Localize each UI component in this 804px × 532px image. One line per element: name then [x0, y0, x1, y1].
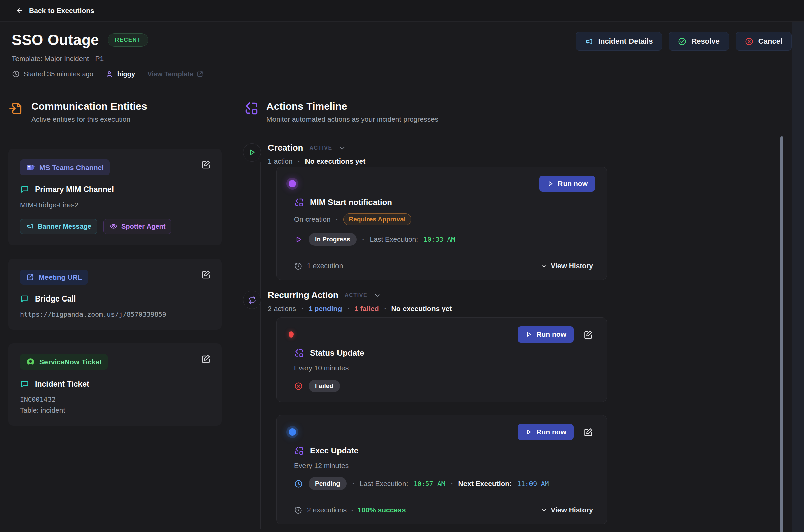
top-bar: Back to Executions: [0, 0, 804, 21]
incident-details-button[interactable]: Incident Details: [575, 32, 662, 51]
scrollbar-thumb[interactable]: [781, 136, 783, 532]
action-title: MIM Start notification: [310, 197, 392, 207]
header: SSO Outage RECENT Template: Major Incide…: [0, 21, 804, 87]
run-now-button[interactable]: Run now: [539, 176, 595, 192]
status-dot-red: [289, 331, 294, 338]
trigger-label: On creation: [294, 215, 331, 224]
workflow-icon: [294, 348, 304, 358]
action-title: Status Update: [310, 348, 364, 358]
status-badge: In Progress: [309, 233, 357, 246]
arrow-left-icon: [16, 7, 23, 15]
meeting-url: https://bigpanda.zoom.us/j/8570339859: [20, 310, 210, 318]
chevron-down-icon: [339, 144, 346, 152]
edit-pencil-icon: [583, 427, 594, 437]
external-link-icon: [196, 70, 204, 78]
last-execution-time: 10:57 AM: [414, 479, 445, 488]
check-circle-icon: [678, 37, 687, 46]
chat-bubble-icon: [20, 185, 29, 194]
view-history-button[interactable]: View History: [538, 506, 595, 514]
started-meta: Started 35 minutes ago: [12, 70, 93, 78]
history-icon: [294, 506, 303, 514]
owner-name: biggy: [117, 70, 135, 78]
history-icon: [294, 262, 303, 270]
entity-card-teams: MS Teams Channel Primary MIM Channel MIM…: [8, 149, 222, 245]
chevron-down-icon: [373, 292, 381, 299]
chat-bubble-icon: [20, 294, 29, 304]
run-now-button[interactable]: Run now: [518, 326, 573, 343]
play-icon: [547, 180, 554, 187]
entities-title: Communication Entities: [31, 101, 147, 112]
external-link-icon: [26, 273, 34, 281]
incident-execution-page: Back to Executions SSO Outage RECENT Tem…: [0, 0, 804, 532]
edit-entity-button[interactable]: [199, 352, 213, 365]
entity-name: Bridge Call: [35, 294, 76, 304]
creation-node: [243, 143, 261, 162]
schedule-label: Every 10 minutes: [294, 364, 349, 372]
divider: [243, 135, 804, 135]
edit-pencil-icon: [583, 329, 594, 340]
ticket-number: INC001432: [20, 395, 210, 403]
x-circle-icon: [294, 382, 303, 391]
timeline-spine: [260, 162, 261, 529]
recent-badge: RECENT: [108, 33, 148, 47]
entity-card-meeting: Meeting URL Bridge Call https://bigpanda…: [8, 259, 222, 330]
megaphone-icon: [26, 223, 34, 230]
action-card-mim-start: Run now MIM Start notification On creati…: [276, 167, 607, 280]
play-icon: [525, 429, 532, 436]
recurring-header-toggle[interactable]: Recurring Action ACTIVE: [268, 290, 452, 301]
page-scroll-track: [792, 21, 804, 532]
edit-pencil-icon: [201, 269, 212, 280]
last-execution-time: 10:33 AM: [423, 235, 455, 243]
next-execution-time: 11:09 AM: [517, 479, 549, 488]
section-recurring: Recurring Action ACTIVE 2 actions 1 pend…: [243, 290, 804, 312]
clock-icon: [12, 70, 20, 78]
status-badge: ACTIVE: [345, 292, 367, 299]
entity-name: Incident Ticket: [35, 380, 89, 389]
status-dot-purple: [289, 180, 296, 187]
edit-entity-button[interactable]: [199, 267, 213, 281]
actions-timeline-panel: Actions Timeline Monitor automated actio…: [234, 87, 804, 529]
chat-bubble-icon: [20, 379, 29, 389]
back-label: Back to Executions: [29, 7, 94, 15]
section-creation: Creation ACTIVE 1 action No executions y…: [243, 143, 804, 165]
entity-card-servicenow: ServiceNow Ticket Incident Ticket INC001…: [8, 343, 222, 426]
cancel-button[interactable]: Cancel: [736, 32, 791, 51]
chevron-down-icon: [541, 263, 547, 269]
workflow-icon: [294, 445, 304, 456]
resolve-button[interactable]: Resolve: [669, 32, 729, 51]
ms-teams-icon: [26, 163, 35, 172]
view-history-button[interactable]: View History: [538, 262, 595, 270]
spotter-agent-chip: Spotter Agent: [104, 219, 171, 234]
edit-action-button[interactable]: [582, 425, 595, 439]
edit-entity-button[interactable]: [199, 157, 213, 171]
entity-type-badge: MS Teams Channel: [20, 159, 110, 175]
edit-pencil-icon: [201, 159, 212, 170]
schedule-label: Every 12 minutes: [294, 462, 349, 470]
run-now-button[interactable]: Run now: [518, 424, 573, 440]
chevron-down-icon: [541, 507, 547, 513]
play-icon: [294, 235, 303, 244]
eye-icon: [109, 223, 117, 230]
page-title: SSO Outage: [12, 32, 99, 49]
communication-entities-panel: Communication Entities Active entities f…: [0, 87, 234, 529]
timeline-subtitle: Monitor automated actions as your incide…: [267, 115, 438, 124]
edit-pencil-icon: [201, 353, 212, 364]
loop-icon: [248, 296, 257, 305]
document-export-icon: [8, 101, 24, 116]
entity-type-badge: ServiceNow Ticket: [20, 354, 108, 370]
x-circle-icon: [745, 37, 754, 46]
owner-meta: biggy: [106, 70, 135, 78]
servicenow-icon: [26, 357, 35, 366]
requires-approval-badge: Requires Approval: [343, 213, 411, 225]
play-icon: [248, 148, 256, 157]
back-to-executions-link[interactable]: Back to Executions: [16, 7, 94, 15]
view-template-link[interactable]: View Template: [147, 70, 204, 78]
edit-action-button[interactable]: [582, 328, 595, 341]
status-badge: Pending: [309, 477, 347, 490]
creation-header-toggle[interactable]: Creation ACTIVE: [268, 143, 365, 153]
workflow-icon: [243, 101, 259, 116]
status-dot-blue: [289, 429, 296, 436]
recurring-node: [243, 291, 261, 309]
status-badge: ACTIVE: [309, 145, 332, 151]
action-title: Exec Update: [310, 446, 359, 455]
